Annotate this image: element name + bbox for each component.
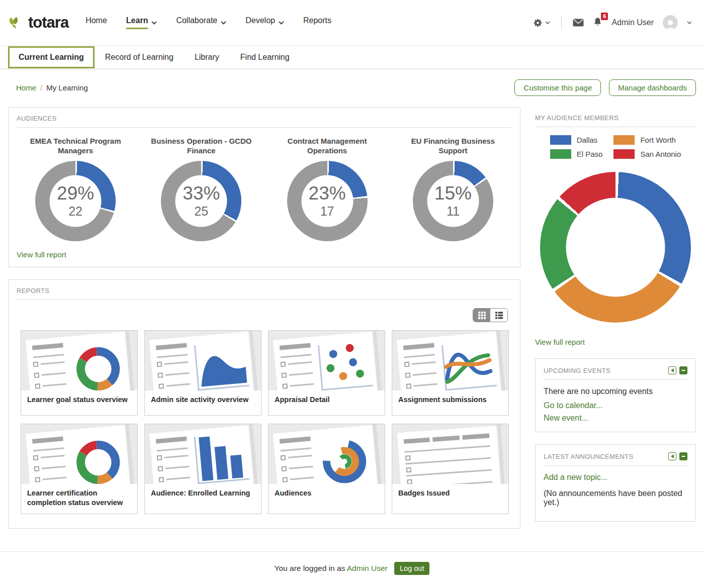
legend-swatch <box>550 149 571 159</box>
footer-user-link[interactable]: Admin User <box>347 564 388 572</box>
report-thumbnail-donut-chart <box>21 424 137 484</box>
tab-current-learning[interactable]: Current Learning <box>8 46 95 68</box>
move-block-icon[interactable] <box>668 366 676 374</box>
report-card[interactable]: Assignment submissions <box>392 330 509 416</box>
reports-panel-title: REPORTS <box>9 280 520 300</box>
tab-find-learning[interactable]: Find Learning <box>230 46 300 69</box>
report-title[interactable]: Learner goal status overview <box>21 390 137 415</box>
totara-logo[interactable]: totara <box>8 14 68 32</box>
donut-chart: 15% 11 <box>413 161 493 241</box>
report-thumbnail-line-chart <box>392 331 508 390</box>
nav-develop[interactable]: Develop <box>245 16 284 29</box>
grid-view-button[interactable] <box>473 309 490 322</box>
nav-collaborate[interactable]: Collaborate <box>176 16 226 29</box>
breadcrumb-home-link[interactable]: Home <box>16 83 36 92</box>
tab-record-of-learning[interactable]: Record of Learning <box>95 46 184 69</box>
breadcrumb-current: My Learning <box>46 83 88 92</box>
donut-percent: 15% <box>434 184 472 203</box>
move-block-icon[interactable] <box>668 452 676 460</box>
nav-home[interactable]: Home <box>85 16 107 29</box>
donut-count: 22 <box>68 204 82 219</box>
donut-count: 11 <box>447 204 460 219</box>
upcoming-events-panel: UPCOMING EVENTS There are no upcoming ev… <box>535 358 696 432</box>
legend-item: San Antonio <box>613 149 681 159</box>
collapse-block-icon[interactable] <box>679 366 687 374</box>
user-menu-name[interactable]: Admin User <box>611 18 654 27</box>
customise-page-button[interactable]: Customise this page <box>514 79 601 96</box>
latest-announcements-panel: LATEST ANNOUNCEMENTS Add a new topic... … <box>535 444 696 522</box>
report-card[interactable]: Admin site activity overview <box>144 330 261 416</box>
notification-badge: 6 <box>601 13 608 20</box>
report-card[interactable]: Audience: Enrolled Learning <box>144 424 261 514</box>
audiences-view-full-report-link[interactable]: View full report <box>9 243 74 267</box>
audience-members-view-full-report-link[interactable]: View full report <box>535 338 585 346</box>
report-cards-grid: Learner goal status overview <box>9 327 520 528</box>
messages-button[interactable] <box>573 19 584 27</box>
avatar[interactable] <box>663 15 678 30</box>
report-thumbnail-table <box>392 424 508 484</box>
tab-library[interactable]: Library <box>184 46 230 69</box>
audience-members-title: MY AUDIENCE MEMBERS <box>535 107 696 127</box>
legend-item: El Paso <box>550 149 603 159</box>
chevron-down-icon[interactable] <box>687 21 692 24</box>
report-title[interactable]: Assignment submissions <box>392 390 508 415</box>
no-events-text: There are no upcoming events <box>544 387 687 396</box>
logout-button[interactable]: Log out <box>394 562 429 575</box>
header-divider <box>561 16 562 29</box>
report-title[interactable]: Badges Issued <box>392 484 508 509</box>
report-thumbnail-radial-chart <box>269 424 385 484</box>
header-actions: 6 Admin User <box>533 15 692 30</box>
breadcrumb-separator: / <box>40 83 42 92</box>
grid-icon <box>478 312 486 319</box>
gear-icon <box>533 18 543 28</box>
report-thumbnail-area-chart <box>145 331 261 390</box>
my-audience-members-section: MY AUDIENCE MEMBERS Dallas Fort Worth El… <box>535 107 696 358</box>
notifications-button[interactable]: 6 <box>593 17 602 29</box>
logged-in-text: You are logged in as <box>275 564 345 572</box>
view-toggle <box>473 308 508 322</box>
donut-percent: 29% <box>57 184 94 203</box>
report-title[interactable]: Audiences <box>269 484 385 509</box>
audience-donut-item: Business Operation - GCDO Finance 33% 25 <box>141 137 261 241</box>
admin-settings-menu[interactable] <box>533 18 550 28</box>
report-card[interactable]: Appraisal Detail <box>268 330 385 416</box>
totara-leaf-icon <box>8 14 26 31</box>
audiences-panel-title: AUDIENCES <box>9 108 520 127</box>
go-to-calendar-link[interactable]: Go to calendar... <box>544 401 687 410</box>
report-card[interactable]: Audiences <box>268 424 385 514</box>
chevron-down-icon <box>221 21 226 25</box>
donut-chart: 29% 22 <box>35 161 116 241</box>
donut-percent: 23% <box>309 184 346 203</box>
audience-title: EMEA Technical Program Managers <box>15 137 136 157</box>
nav-reports[interactable]: Reports <box>303 16 331 29</box>
page-footer: You are logged in as Admin User Log out <box>0 551 704 588</box>
audience-title: EU Financing Business Support <box>393 137 513 157</box>
brand-name: totara <box>28 14 68 32</box>
audience-members-donut-chart <box>540 172 691 323</box>
donut-count: 25 <box>194 204 208 219</box>
list-view-button[interactable] <box>490 309 507 322</box>
report-thumbnail-donut-chart <box>21 331 137 390</box>
add-new-topic-link[interactable]: Add a new topic... <box>544 473 687 482</box>
envelope-icon <box>573 19 584 27</box>
dashboard-tabbar: Current Learning Record of Learning Libr… <box>0 45 704 69</box>
report-title[interactable]: Appraisal Detail <box>269 390 385 415</box>
collapse-block-icon[interactable] <box>679 452 687 460</box>
main-nav: Home Learn Collaborate Develop Reports <box>85 16 533 29</box>
legend-swatch <box>550 135 571 145</box>
report-card[interactable]: Learner goal status overview <box>21 330 138 416</box>
chevron-down-icon <box>279 21 284 25</box>
report-card[interactable]: Badges Issued <box>392 424 509 514</box>
donut-count: 17 <box>320 204 334 219</box>
nav-learn[interactable]: Learn <box>126 16 157 29</box>
chevron-down-icon <box>545 21 550 24</box>
donut-chart: 33% 25 <box>161 161 241 241</box>
audience-donut-item: Contract Management Operations 23% 17 <box>267 137 388 241</box>
audience-title: Contract Management Operations <box>267 137 388 157</box>
report-title[interactable]: Admin site activity overview <box>145 390 261 415</box>
manage-dashboards-button[interactable]: Manage dashboards <box>609 79 696 96</box>
report-card[interactable]: Learner certification completion status … <box>21 424 138 514</box>
new-event-link[interactable]: New event... <box>544 414 687 423</box>
report-title[interactable]: Learner certification completion status … <box>21 484 137 514</box>
report-title[interactable]: Audience: Enrolled Learning <box>145 484 261 509</box>
